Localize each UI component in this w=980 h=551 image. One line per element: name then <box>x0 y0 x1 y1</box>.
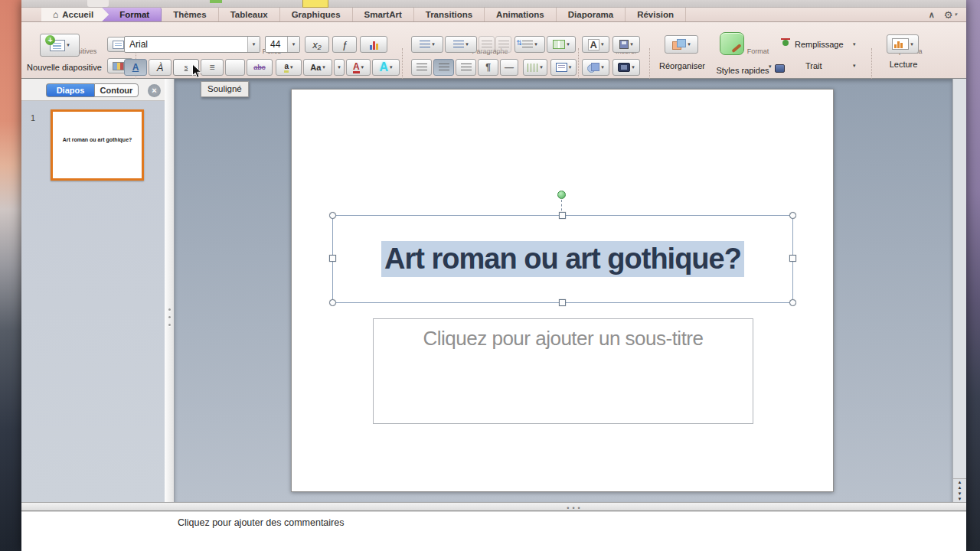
tab-accueil-label: Accueil <box>62 8 93 21</box>
movie-icon <box>618 63 630 72</box>
chevron-down-icon: ▾ <box>287 37 299 52</box>
format-blank-button[interactable] <box>225 59 245 76</box>
plus-badge-icon: + <box>45 35 55 45</box>
fill-button[interactable]: Remplissage <box>795 40 853 49</box>
sidebar-header: Diapos Contour × <box>21 79 165 101</box>
text-effects-button[interactable]: A▾ <box>372 59 400 76</box>
indent-right-icon <box>498 41 509 49</box>
notes-splitter[interactable]: ••• <box>21 502 966 511</box>
align-right-button[interactable] <box>456 59 476 76</box>
notes-placeholder-text: Cliquez pour ajouter des commentaires <box>178 517 344 528</box>
clear-format-button[interactable]: — <box>500 59 518 76</box>
line-spacing-button[interactable]: ▾ <box>514 36 545 53</box>
tab-themes[interactable]: Thèmes <box>162 8 218 21</box>
columns-icon <box>553 40 565 49</box>
quick-styles-button[interactable] <box>720 32 744 55</box>
more-format-button[interactable]: ▾ <box>334 59 345 76</box>
toolbar-fragment-green <box>210 0 222 3</box>
title-textbox[interactable]: Art roman ou art gothique? <box>332 215 793 303</box>
highlight-color-button[interactable]: a▾ <box>276 59 302 76</box>
italic-button[interactable]: À <box>149 59 172 76</box>
tab-smartart[interactable]: SmartArt <box>353 8 414 21</box>
justify-button[interactable]: ¶ <box>478 59 498 76</box>
subtitle-placeholder[interactable]: Cliquez pour ajouter un sous-titre <box>373 318 753 424</box>
text-direction-button[interactable]: ▾ <box>523 59 547 76</box>
sidebar-splitter[interactable] <box>165 79 175 502</box>
new-slide-label: Nouvelle diapositive <box>23 63 106 72</box>
new-slide-button[interactable]: + ▾ <box>40 34 80 57</box>
ribbon-collapse-icon[interactable]: ∧ <box>929 10 935 20</box>
font-size-combobox[interactable]: 44 ▾ <box>265 36 300 53</box>
tab-tableaux[interactable]: Tableaux <box>219 8 280 21</box>
align-center-icon <box>439 64 449 72</box>
numbering-icon <box>453 41 464 49</box>
previous-slide-button[interactable]: ▲▲ <box>953 479 966 491</box>
increase-indent-button[interactable] <box>495 36 511 53</box>
tab-graphiques[interactable]: Graphiques <box>280 8 353 21</box>
resize-handle-e[interactable] <box>789 255 796 262</box>
decrease-indent-button[interactable] <box>479 36 495 53</box>
arrange-button[interactable]: ▾ <box>665 35 698 54</box>
line-button[interactable]: Trait <box>805 61 836 70</box>
home-icon: ⌂ <box>53 8 58 21</box>
arrange-icon <box>672 39 686 50</box>
align-text-icon <box>556 63 567 72</box>
font-name-combobox[interactable]: Arial ▾ <box>124 36 260 53</box>
resize-handle-se[interactable] <box>789 299 796 306</box>
columns-button[interactable]: ▾ <box>547 36 576 53</box>
resize-handle-w[interactable] <box>329 255 336 262</box>
slide-title-text[interactable]: Art roman ou art gothique? <box>381 241 744 277</box>
resize-handle-n[interactable] <box>559 212 566 219</box>
resize-handle-nw[interactable] <box>329 212 336 219</box>
text-shadow-button[interactable]: ≡ <box>201 59 224 76</box>
rotation-handle[interactable] <box>557 191 566 199</box>
tab-revision[interactable]: Révision <box>626 8 686 21</box>
tab-contour[interactable]: Contour <box>94 83 139 97</box>
numbering-button[interactable]: ▾ <box>445 36 477 53</box>
insert-media-button[interactable]: ▾ <box>612 59 640 76</box>
notes-pane[interactable]: Cliquez pour ajouter des commentaires <box>21 511 966 551</box>
highlighted-toolbar-button[interactable] <box>302 0 328 8</box>
arrange-label: Réorganiser <box>652 61 712 70</box>
chevron-down-icon: ▾ <box>853 41 856 47</box>
brush-icon <box>731 44 741 53</box>
superscript-button[interactable]: ƒ <box>332 36 357 53</box>
font-size-value: 44 <box>266 37 287 52</box>
disk-icon <box>619 40 629 49</box>
tab-animations[interactable]: Animations <box>485 8 557 21</box>
gear-icon[interactable]: ⚙▾ <box>944 9 957 21</box>
resize-handle-sw[interactable] <box>329 299 336 306</box>
tab-diaporama[interactable]: Diaporama <box>557 8 626 21</box>
insert-textbox-button[interactable]: A▾ <box>582 36 609 53</box>
tab-transitions[interactable]: Transitions <box>414 8 485 21</box>
strikethrough-button[interactable]: abc <box>247 59 273 76</box>
quick-styles-label: Styles rapides <box>712 66 773 75</box>
resize-handle-ne[interactable] <box>789 212 796 219</box>
insert-shapes-button[interactable]: ▾ <box>582 59 609 76</box>
tab-accueil[interactable]: ⌂ Accueil <box>41 8 109 21</box>
resize-handle-s[interactable] <box>559 299 566 306</box>
slide-thumbnail[interactable]: Art roman ou art gothique? <box>51 109 144 181</box>
align-text-button[interactable]: ▾ <box>550 59 577 76</box>
next-slide-button[interactable]: ▼▼ <box>953 491 966 502</box>
new-slide-icon: + <box>50 40 65 51</box>
close-sidebar-icon[interactable]: × <box>148 84 161 97</box>
tab-format[interactable]: Format <box>101 8 162 21</box>
subscript-button[interactable]: x₂ <box>305 36 329 53</box>
layout-icon <box>113 41 124 49</box>
align-right-icon <box>461 64 472 72</box>
font-color-button[interactable]: A▾ <box>346 59 371 76</box>
bold-button[interactable]: A <box>124 59 147 76</box>
align-left-button[interactable] <box>411 59 432 76</box>
chevron-down-icon: ▾ <box>247 37 260 52</box>
bullets-button[interactable]: ▾ <box>411 36 443 53</box>
tab-diapos[interactable]: Diapos <box>46 83 94 97</box>
textbox-icon: A <box>588 39 599 51</box>
vertical-scrollbar[interactable]: ▲▲ ▼▼ <box>952 79 966 502</box>
insert-object-button[interactable]: ▾ <box>612 36 640 53</box>
chart-button[interactable] <box>360 36 387 53</box>
play-slideshow-button[interactable]: ▾ <box>887 34 919 54</box>
slides-panel: 1 Art roman ou art gothique? <box>21 101 165 502</box>
change-case-button[interactable]: Aa▾ <box>303 59 332 76</box>
align-center-button[interactable] <box>433 59 454 76</box>
